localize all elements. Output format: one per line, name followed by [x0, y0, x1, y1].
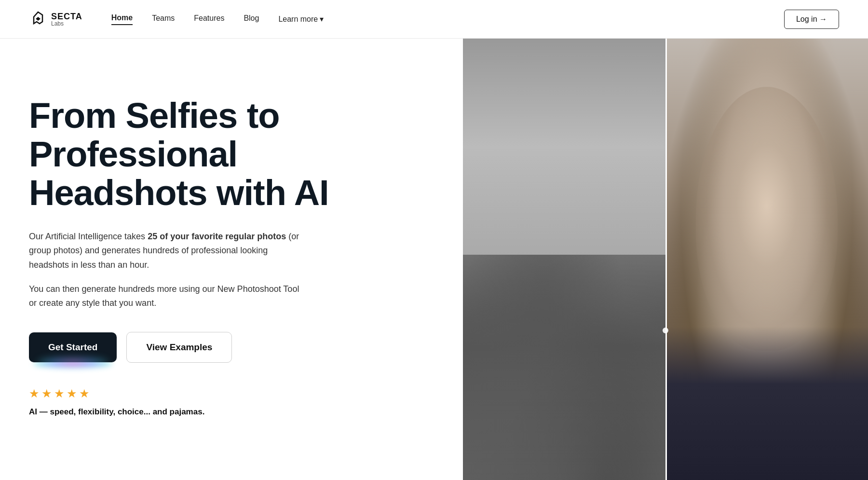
hero-content: From Selfies to Professional Headshots w… [29, 77, 357, 417]
star-3: ★ [54, 387, 65, 400]
after-image-content [665, 39, 868, 480]
nav-features[interactable]: Features [194, 14, 224, 25]
nav-home[interactable]: Home [111, 14, 133, 25]
brand-name: SECTA [51, 12, 82, 21]
hero-section: From Selfies to Professional Headshots w… [0, 39, 868, 480]
hero-quote: AI — speed, flexibility, choice... and p… [29, 407, 357, 417]
chevron-down-icon: ▾ [320, 14, 324, 24]
login-button[interactable]: Log in → [784, 10, 839, 29]
after-image [665, 39, 868, 480]
hero-description: Our Artificial Intelligence takes 25 of … [29, 230, 309, 273]
get-started-button[interactable]: Get Started [29, 332, 117, 362]
hero-image-split [463, 39, 868, 480]
star-1: ★ [29, 387, 40, 400]
secta-logo-icon [29, 10, 47, 28]
star-rating: ★ ★ ★ ★ ★ [29, 387, 357, 400]
before-image-content [463, 39, 665, 480]
before-image [463, 39, 665, 480]
nav-blog[interactable]: Blog [244, 14, 259, 25]
slide-dot-1 [663, 328, 668, 333]
brand-sub: Labs [51, 21, 82, 27]
star-5: ★ [79, 387, 90, 400]
navigation: SECTA Labs Home Teams Features Blog Lear… [0, 0, 868, 39]
hero-description-2: You can then generate hundreds more usin… [29, 282, 309, 311]
hero-buttons: Get Started View Examples [29, 332, 357, 363]
get-started-wrapper: Get Started [29, 332, 117, 362]
nav-learn-more[interactable]: Learn more ▾ [278, 14, 324, 24]
slide-indicator [663, 327, 668, 335]
star-2: ★ [41, 387, 52, 400]
view-examples-button[interactable]: View Examples [126, 332, 232, 363]
nav-links: Home Teams Features Blog Learn more ▾ [111, 14, 784, 25]
image-divider [665, 39, 667, 480]
nav-teams[interactable]: Teams [152, 14, 175, 25]
star-4: ★ [67, 387, 77, 400]
hero-title: From Selfies to Professional Headshots w… [29, 96, 357, 212]
logo[interactable]: SECTA Labs [29, 10, 82, 28]
